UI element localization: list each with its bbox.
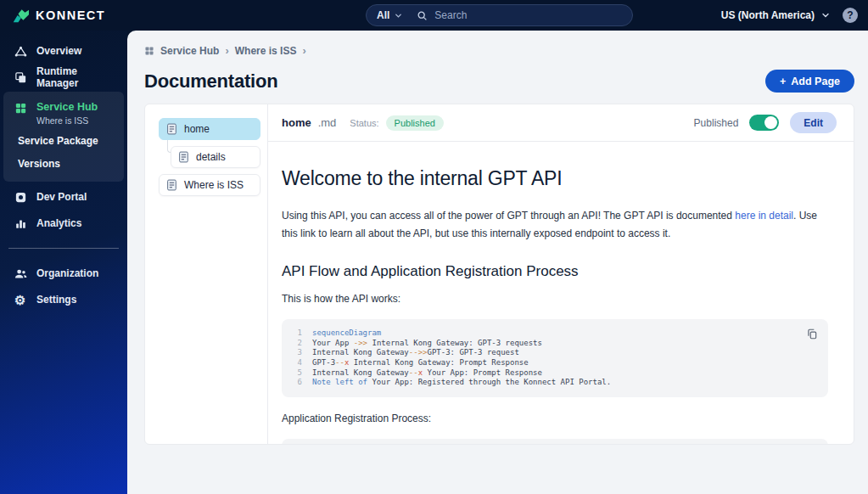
here-in-detail-link[interactable]: here in detail [735, 210, 793, 222]
document-content: Welcome to the internal GPT API Using th… [268, 142, 854, 444]
doc-paragraph-1: Using this API, you can access all of th… [282, 207, 828, 243]
tree-item-label: Where is ISS [184, 179, 244, 191]
region-value: US (North America) [721, 9, 815, 21]
doc-heading-2: API Flow and Application Registration Pr… [282, 263, 828, 280]
topbar: KONNECT All US (North America) ? [0, 0, 868, 31]
breadcrumb-item-where-is-iss[interactable]: Where is ISS [235, 45, 297, 57]
chevron-down-icon [394, 11, 403, 20]
filename-extension: .md [318, 116, 337, 129]
tree-item-details[interactable]: details [171, 146, 260, 168]
code-line: 3Internal Kong Gateway-->>GPT-3: GPT-3 r… [294, 348, 794, 358]
sidebar-item-organization[interactable]: Organization [0, 261, 127, 285]
sidebar-item-label: Runtime Manager [36, 65, 119, 89]
doc-paragraph-3: Application Registration Process: [282, 410, 828, 428]
search-icon [417, 10, 428, 21]
sidebar-item-label: Analytics [36, 217, 81, 229]
prism-icon [14, 45, 27, 58]
search-scope-value: All [377, 9, 389, 21]
toggle-knob [764, 116, 777, 129]
stack-icon [14, 71, 27, 84]
sidebar: Overview Runtime Manager Service Hub Whe… [0, 31, 127, 494]
filename: home [282, 116, 311, 129]
sidebar-item-dev-portal[interactable]: Dev Portal [0, 185, 127, 209]
tree-item-label: details [196, 151, 226, 163]
document-icon [166, 179, 177, 191]
code-line: 2Your App ->> Internal Kong Gateway: GPT… [294, 339, 794, 349]
question-mark-icon: ? [847, 9, 853, 21]
app-root: KONNECT All US (North America) ? [0, 0, 868, 494]
code-block-graph: 1graph LR2A((Developers)) -- Register Ap… [282, 439, 828, 444]
main-content: Service Hub › Where is ISS › Documentati… [127, 31, 868, 494]
doc-paragraph-2: This is how the API works: [282, 290, 828, 308]
sidebar-item-service-hub[interactable]: Service Hub Where is ISS [3, 97, 124, 129]
sidebar-item-label: Service Hub [36, 100, 98, 114]
kong-logo-icon [12, 7, 29, 24]
sidebar-item-runtime-manager[interactable]: Runtime Manager [0, 65, 127, 89]
chevron-down-icon [820, 10, 831, 20]
people-icon [14, 267, 27, 280]
tree-item-label: home [184, 123, 210, 135]
global-search[interactable]: All [366, 4, 633, 26]
sidebar-item-overview[interactable]: Overview [0, 39, 127, 63]
document-panel: home.md Status: Published Published Edit… [268, 104, 854, 444]
document-icon [166, 123, 177, 135]
documentation-card: home details Where is ISS [144, 104, 854, 445]
portal-icon [14, 191, 27, 204]
gear-icon: ⚙ [14, 294, 27, 306]
topbar-right: US (North America) ? [721, 0, 858, 31]
sidebar-divider [8, 248, 119, 249]
sidebar-item-settings[interactable]: ⚙ Settings [0, 288, 127, 312]
edit-button[interactable]: Edit [790, 112, 837, 133]
region-selector[interactable]: US (North America) [721, 9, 831, 21]
logo-text: KONNECT [36, 8, 105, 22]
breadcrumb-separator: › [302, 44, 305, 57]
title-row: Documentation + Add Page [144, 70, 854, 93]
sidebar-item-label: Settings [36, 294, 76, 306]
konnect-logo[interactable]: KONNECT [12, 7, 105, 24]
document-header-actions: Published Edit [694, 112, 837, 133]
sidebar-item-analytics[interactable]: Analytics [0, 211, 127, 235]
sidebar-item-label: Organization [36, 267, 98, 279]
search-scope-dropdown[interactable]: All [377, 9, 410, 21]
code-block-sequence-diagram: 1sequenceDiagram2Your App ->> Internal K… [282, 319, 828, 397]
sidebar-item-label: Dev Portal [36, 191, 87, 203]
copy-icon[interactable] [805, 328, 818, 341]
sidebar-item-label: Service Package [18, 135, 98, 147]
tree-item-home[interactable]: home [159, 118, 260, 140]
status-label: Status: [350, 118, 378, 128]
sidebar-item-label: Versions [18, 158, 60, 170]
bar-chart-icon [14, 217, 27, 230]
code-line: 1sequenceDiagram [294, 328, 794, 339]
sidebar-item-service-package[interactable]: Service Package [3, 129, 124, 152]
published-toggle-label: Published [694, 117, 739, 129]
code-line: 5Internal Kong Gateway--x Your App: Prom… [294, 368, 794, 379]
breadcrumb-separator: › [225, 44, 228, 57]
published-toggle[interactable] [749, 115, 779, 131]
status-badge: Published [386, 115, 444, 131]
breadcrumb: Service Hub › Where is ISS › [144, 44, 854, 57]
tree-item-where-is-iss[interactable]: Where is ISS [159, 174, 260, 196]
breadcrumb-item-service-hub[interactable]: Service Hub [160, 45, 219, 57]
help-button[interactable]: ? [843, 8, 858, 23]
plus-icon: + [780, 76, 786, 87]
add-page-button[interactable]: + Add Page [765, 70, 854, 93]
grid-icon [14, 102, 27, 115]
file-tree: home details Where is ISS [145, 104, 268, 444]
grid-icon [144, 46, 154, 56]
search-input[interactable] [434, 9, 622, 21]
sidebar-item-versions[interactable]: Versions [3, 152, 124, 175]
document-icon [178, 151, 189, 163]
code-line: 4GPT-3--x Internal Kong Gateway: Prompt … [294, 358, 794, 368]
sidebar-item-sublabel: Where is ISS [36, 115, 98, 126]
app-frame: Overview Runtime Manager Service Hub Whe… [0, 31, 868, 494]
sidebar-item-label: Overview [36, 45, 81, 57]
sidebar-group-service-hub: Service Hub Where is ISS Service Package… [3, 92, 124, 182]
page-title: Documentation [144, 70, 278, 93]
document-header: home.md Status: Published Published Edit [268, 104, 854, 142]
doc-heading-1: Welcome to the internal GPT API [282, 167, 828, 190]
code-line: 6Note left of Your App: Registered throu… [294, 378, 794, 388]
